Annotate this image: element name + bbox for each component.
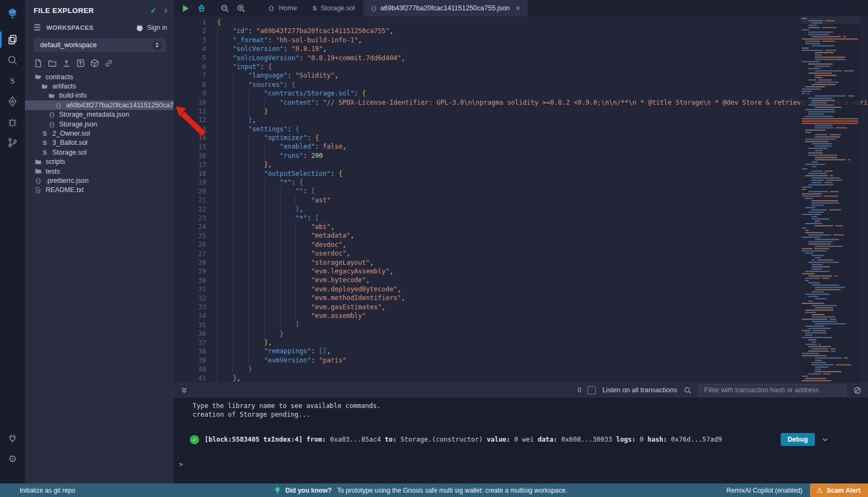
code-line: "userdoc", xyxy=(217,249,868,258)
code-line: "settings": { xyxy=(217,125,868,133)
tree-item[interactable]: scripts xyxy=(25,157,174,167)
solidity-compiler-icon[interactable]: S xyxy=(0,71,25,91)
tree-item[interactable]: artifacts xyxy=(25,81,174,91)
tree-item-label: scripts xyxy=(46,158,65,165)
settings-icon[interactable]: ⚙ xyxy=(0,449,25,469)
tree-item[interactable]: tests xyxy=(25,167,174,176)
json-icon: {} xyxy=(371,5,376,11)
json-icon: {} xyxy=(47,111,56,118)
main-area: HomeSStorage.sol{}a69b43f277ba20fcac1411… xyxy=(174,0,868,483)
home-icon xyxy=(267,4,275,12)
scam-alert-badge[interactable]: ⚠ Scam Alert xyxy=(810,483,868,497)
search-icon xyxy=(684,386,692,394)
code-line: "evm.assembly" xyxy=(217,311,868,320)
upload-file-icon[interactable] xyxy=(62,59,71,68)
clear-console-icon[interactable] xyxy=(853,386,861,394)
code-line: "input": { xyxy=(217,62,868,71)
new-file-icon[interactable] xyxy=(34,59,43,68)
tree-item[interactable]: {}Storage_metadata.json xyxy=(25,110,174,119)
tree-item-label: Storage.json xyxy=(59,120,97,128)
debug-button[interactable]: Debug xyxy=(781,433,815,446)
panel-title: FILE EXPLORER xyxy=(34,7,150,15)
workspace-select[interactable]: default_workspace xyxy=(34,38,166,52)
tab-storage-sol[interactable]: SStorage.sol xyxy=(305,0,363,16)
code-line: } xyxy=(217,329,868,338)
sol-icon: S xyxy=(312,5,317,11)
tree-item[interactable]: README.txt xyxy=(25,186,174,195)
tab-label: Storage.sol xyxy=(321,4,355,12)
code-line: "outputSelection": { xyxy=(217,169,868,178)
code-line: }, xyxy=(217,338,868,347)
copilot-robot-icon[interactable] xyxy=(197,4,206,13)
terminal[interactable]: Type the library name to see available c… xyxy=(174,398,868,483)
upload-folder-icon[interactable] xyxy=(76,59,85,68)
tree-item-label: README.txt xyxy=(46,186,84,194)
deploy-run-icon[interactable] xyxy=(0,91,25,112)
tree-item[interactable]: build-info xyxy=(25,91,174,100)
tab-home[interactable]: Home xyxy=(260,0,305,16)
code-line: "abi", xyxy=(217,222,868,231)
code-line: } xyxy=(217,365,868,373)
code-line: "evm.methodIdentifiers", xyxy=(217,294,868,302)
transaction-log-row[interactable]: ✓ [block:5583405 txIndex:4] from: 0xa03.… xyxy=(174,433,868,446)
search-icon[interactable] xyxy=(0,50,25,71)
code-line: "solcLongVersion": "0.8.19+commit.7dd6d4… xyxy=(217,54,868,62)
json-icon: {} xyxy=(47,120,56,128)
tab-a69b43f277ba20fcac141151250ca755-json[interactable]: {}a69b43f277ba20fcac141151250ca755.json× xyxy=(363,0,528,16)
terminal-toolbar: 0 Listen on all transactions xyxy=(174,383,868,398)
remix-logo-icon xyxy=(0,3,25,24)
file-explorer-icon[interactable] xyxy=(0,29,25,50)
tree-item[interactable]: S2_Owner.sol xyxy=(25,129,174,138)
run-script-button[interactable] xyxy=(181,4,190,13)
folder-open-icon xyxy=(47,92,56,99)
collapse-terminal-icon[interactable] xyxy=(180,386,188,394)
code-line: "solcVersion": "0.8.19", xyxy=(217,44,868,53)
tree-item[interactable]: {}Storage.json xyxy=(25,119,174,129)
tree-item-label: .prettierrc.json xyxy=(46,177,88,184)
filter-input[interactable] xyxy=(698,384,847,397)
terminal-prompt[interactable]: > xyxy=(179,461,183,468)
sign-in-button[interactable]: Sign in xyxy=(136,24,167,32)
file-explorer-panel: FILE EXPLORER ✓ › ☰ WORKSPACES Sign in d… xyxy=(25,0,174,483)
hamburger-menu-icon[interactable]: ☰ xyxy=(34,23,41,33)
cube-icon[interactable] xyxy=(90,59,99,68)
close-tab-icon[interactable]: × xyxy=(516,4,520,12)
tab-label: Home xyxy=(279,4,297,12)
code-line: }, xyxy=(217,374,868,383)
code-line: "ast" xyxy=(217,196,868,205)
new-folder-icon[interactable] xyxy=(48,59,57,68)
plugin-manager-icon[interactable] xyxy=(0,428,25,449)
code-line: "enabled": false, xyxy=(217,142,868,151)
code-line: }, xyxy=(217,160,868,169)
updown-icon xyxy=(152,41,162,50)
link-icon[interactable] xyxy=(104,59,113,68)
folder-open-icon xyxy=(41,82,49,90)
chevron-right-icon[interactable]: › xyxy=(164,5,167,15)
code-editor[interactable]: 1234567891011121314151617181920212223242… xyxy=(174,16,868,383)
workspace-name: default_workspace xyxy=(40,41,152,49)
tree-item-label: contracts xyxy=(46,73,73,81)
tree-item[interactable]: {}.prettierrc.json xyxy=(25,176,174,185)
tree-item[interactable]: SStorage.sol xyxy=(25,148,174,157)
tree-item[interactable]: {}a69b43f277ba20fcac141151250ca7... xyxy=(25,100,174,110)
editor-content: {"id": "a69b43f277ba20fcac141151250ca755… xyxy=(217,18,868,383)
minimap[interactable] xyxy=(800,16,860,383)
terminal-line: Type the library name to see available c… xyxy=(174,398,868,410)
tree-item[interactable]: contracts xyxy=(25,72,174,81)
init-git-repo-button[interactable]: Initialize as git repo xyxy=(0,487,75,494)
code-line: "content": "// SPDX-License-Identifier: … xyxy=(217,98,868,107)
tree-item[interactable]: S3_Ballot.sol xyxy=(25,138,174,148)
zoom-out-icon[interactable] xyxy=(220,4,229,13)
folder-icon xyxy=(34,168,42,175)
git-icon[interactable] xyxy=(0,132,25,153)
copilot-status[interactable]: RemixAI Copilot (enabled) xyxy=(726,487,802,494)
tree-item-label: tests xyxy=(46,168,60,175)
code-line: { xyxy=(217,18,868,27)
expand-transaction-icon[interactable] xyxy=(821,436,829,443)
debugger-icon[interactable] xyxy=(0,112,25,132)
tree-item-label: a69b43f277ba20fcac141151250ca7... xyxy=(66,101,174,109)
zoom-in-icon[interactable] xyxy=(237,4,246,13)
listen-checkbox[interactable] xyxy=(588,386,596,394)
code-line: "sources": { xyxy=(217,80,868,89)
folder-icon xyxy=(34,158,42,165)
